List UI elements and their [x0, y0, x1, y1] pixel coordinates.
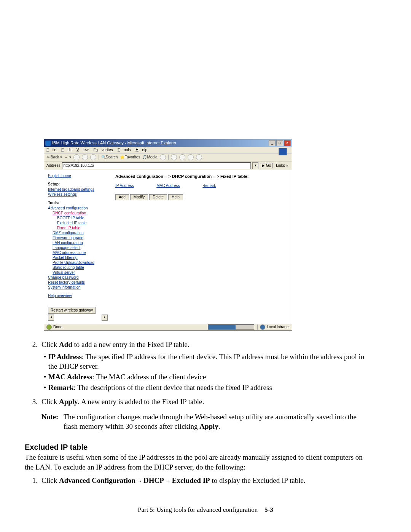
address-input[interactable]: http://192.168.1.1/	[62, 162, 251, 169]
window-titlebar: IBM High Rate Wireless LAN Gateway - Mic…	[44, 139, 292, 147]
media-button[interactable]: 🎵Media	[142, 155, 157, 160]
back-button[interactable]: ⇦ Back ▾	[46, 155, 62, 160]
search-button[interactable]: 🔍Search	[101, 155, 118, 160]
link-broadband[interactable]: Internet broadband settings	[48, 187, 108, 192]
page-footer: Part 5: Using tools for advanced configu…	[0, 506, 411, 514]
col-mac[interactable]: MAC Address	[156, 184, 180, 188]
ie-throbber-icon	[279, 148, 287, 155]
embedded-screenshot: IBM High Rate Wireless LAN Gateway - Mic…	[44, 139, 367, 331]
setup-header: Setup:	[48, 182, 108, 187]
progress-bar	[208, 324, 254, 330]
bullet-remark: Remark: The descriptions of the client d…	[41, 383, 367, 393]
ie-icon	[45, 141, 51, 146]
col-remark[interactable]: Remark	[202, 184, 216, 188]
help-button[interactable]: Help	[168, 194, 183, 200]
link-password[interactable]: Change password	[48, 275, 108, 280]
excluded-para: The feature is useful when some of the I…	[25, 452, 367, 472]
link-home[interactable]: English home	[48, 174, 108, 178]
bullet-mac: MAC Address: The MAC address of the clie…	[41, 372, 367, 382]
discuss-icon[interactable]	[196, 154, 202, 160]
link-static[interactable]: Static routing table	[53, 265, 108, 270]
toolbar: ⇦ Back ▾ → ▾ 🔍Search ⭐Favorites 🎵Media	[44, 153, 292, 161]
links-button[interactable]: Links »	[274, 163, 290, 168]
link-reset[interactable]: Reset factory defaults	[48, 280, 108, 285]
close-button[interactable]: ×	[284, 140, 291, 146]
link-lan[interactable]: LAN configuration	[53, 241, 108, 245]
link-advanced[interactable]: Advanced configuration	[48, 206, 108, 211]
sidebar: English home Setup: Internet broadband s…	[44, 170, 111, 324]
menu-bar: File Edit View Favorites Tools Help	[44, 147, 292, 153]
status-text: Done	[53, 325, 62, 329]
menu-file[interactable]: File	[46, 148, 56, 152]
edit-icon[interactable]	[188, 154, 194, 160]
note: Note: The configuration changes made thr…	[41, 412, 367, 431]
add-button[interactable]: Add	[115, 194, 129, 200]
maximize-button[interactable]: □	[276, 140, 283, 146]
refresh-icon[interactable]	[82, 154, 88, 160]
link-firmware[interactable]: Firmware upgrade	[53, 236, 108, 240]
bullet-ip: IP Address: The specified IP address for…	[41, 352, 367, 371]
link-virtual[interactable]: Virtual server	[53, 270, 108, 275]
status-bar: Done Local intranet	[44, 324, 292, 330]
zone-icon	[260, 324, 265, 330]
menu-edit[interactable]: Edit	[61, 148, 72, 152]
breadcrumb: Advanced configuration -- > DHCP configu…	[115, 174, 287, 179]
link-language[interactable]: Language select	[53, 246, 108, 250]
link-macclone[interactable]: MAC address clone	[53, 251, 108, 255]
menu-favorites[interactable]: Favorites	[93, 148, 113, 152]
link-help[interactable]: Help overview	[48, 294, 108, 298]
favorites-button[interactable]: ⭐Favorites	[120, 155, 140, 160]
link-excluded[interactable]: Excluded IP table	[57, 221, 108, 225]
window-title: IBM High Rate Wireless LAN Gateway - Mic…	[52, 141, 176, 145]
link-profile[interactable]: Profile Upload/Download	[53, 260, 108, 265]
restart-button[interactable]: Restart wireless gateway	[48, 307, 96, 314]
menu-view[interactable]: View	[76, 148, 89, 152]
history-icon[interactable]	[160, 154, 166, 160]
minimize-button[interactable]: _	[269, 140, 276, 146]
mail-icon[interactable]	[171, 154, 177, 160]
link-wireless[interactable]: Wireless settings	[48, 192, 108, 197]
link-fixed[interactable]: Fixed IP table	[57, 226, 108, 230]
main-panel: Advanced configuration -- > DHCP configu…	[111, 170, 292, 324]
arrow-icon: →	[135, 478, 143, 484]
link-packet[interactable]: Packet filtering	[53, 256, 108, 260]
link-sysinfo[interactable]: System information	[48, 285, 108, 290]
zone-text: Local intranet	[267, 325, 290, 329]
address-label: Address	[46, 163, 61, 168]
address-bar: Address http://192.168.1.1/ ▾ ▶ Go Links…	[44, 161, 292, 170]
step-3: 3. Click Apply. A new entry is added to …	[27, 397, 367, 431]
tools-header: Tools:	[48, 201, 108, 205]
scroll-right[interactable]: ▸	[102, 315, 108, 321]
address-dropdown[interactable]: ▾	[252, 162, 258, 169]
menu-help[interactable]: Help	[135, 148, 147, 152]
stop-icon[interactable]	[73, 154, 80, 160]
modify-button[interactable]: Modify	[130, 194, 148, 200]
print-icon[interactable]	[179, 154, 185, 160]
col-ip[interactable]: IP Address	[115, 184, 134, 188]
home-icon[interactable]	[90, 154, 96, 160]
arrow-icon: →	[164, 478, 172, 484]
done-icon	[46, 324, 52, 330]
table-header: IP Address MAC Address Remark	[115, 184, 287, 188]
go-button[interactable]: ▶ Go	[260, 163, 273, 168]
scroll-left[interactable]: ◂	[48, 315, 54, 321]
step-2: 2. Click Add to add a new entry in the F…	[27, 340, 367, 395]
link-bootp[interactable]: BOOTP IP table	[57, 216, 108, 220]
document-body: 2. Click Add to add a new entry in the F…	[44, 340, 367, 486]
excluded-heading: Excluded IP table	[25, 442, 367, 452]
menu-tools[interactable]: Tools	[118, 148, 131, 152]
link-dhcp[interactable]: DHCP configuration	[53, 211, 108, 216]
forward-button[interactable]: → ▾	[64, 155, 71, 160]
link-dmz[interactable]: DMZ configuration	[53, 231, 108, 235]
delete-button[interactable]: Delete	[149, 194, 167, 200]
excluded-step-1: 1. Click Advanced Configuration→DHCP→Exc…	[27, 476, 367, 486]
